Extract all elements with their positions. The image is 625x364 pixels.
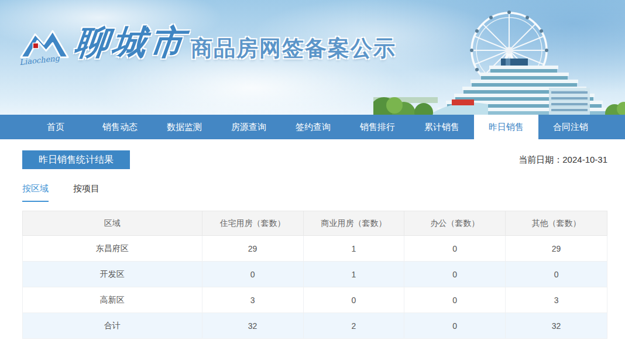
table-row: 高新区 3 0 0 3 [23, 287, 607, 313]
cell-value: 32 [202, 313, 303, 339]
cell-region: 合计 [23, 313, 202, 339]
section-title-badge: 昨日销售统计结果 [22, 150, 130, 169]
cell-value: 3 [506, 287, 607, 313]
cell-value: 3 [202, 287, 303, 313]
cell-value: 0 [506, 262, 607, 287]
table-header-row: 区域 住宅用房（套数） 商业用房（套数） 办公（套数） 其他（套数） [23, 211, 607, 236]
nav-item-housing-query[interactable]: 房源查询 [217, 115, 281, 139]
main-nav: 首页 销售动态 数据监测 房源查询 签约查询 销售排行 累计销售 昨日销售 合同… [0, 115, 625, 139]
current-date-label: 当前日期：2024-10-31 [518, 154, 607, 166]
cell-value: 0 [404, 262, 506, 287]
building-illustration [430, 59, 611, 115]
tab-by-region[interactable]: 按区域 [22, 183, 49, 202]
brand: Liaocheng 聊城市 商品房网签备案公示 [19, 21, 396, 70]
cell-value: 1 [303, 262, 404, 287]
liaocheng-logo-icon: Liaocheng [19, 25, 69, 70]
cell-value: 0 [404, 287, 506, 313]
site-header: Liaocheng 聊城市 商品房网签备案公示 [0, 0, 625, 115]
building-sign [452, 99, 474, 105]
cell-value: 0 [404, 313, 506, 339]
col-header-residential: 住宅用房（套数） [202, 211, 303, 236]
table-row: 东昌府区 29 1 0 29 [23, 236, 607, 262]
table-row: 开发区 0 1 0 0 [23, 262, 607, 287]
nav-item-contract-query[interactable]: 签约查询 [281, 115, 345, 139]
nav-item-sales-dynamics[interactable]: 销售动态 [88, 115, 152, 139]
cell-value: 1 [303, 236, 404, 262]
cell-value: 29 [506, 236, 607, 262]
col-header-other: 其他（套数） [506, 211, 607, 236]
cell-region: 开发区 [23, 262, 202, 287]
logo-red-square [33, 43, 38, 49]
header-scenery-illustration [373, 0, 625, 115]
cell-value: 29 [202, 236, 303, 262]
cell-value: 0 [202, 262, 303, 287]
page: Liaocheng 聊城市 商品房网签备案公示 首页 销售动态 数据监测 房源查… [0, 0, 625, 364]
cell-value: 0 [404, 236, 506, 262]
nav-item-total-sales[interactable]: 累计销售 [410, 115, 474, 139]
nav-item-contract-cancel[interactable]: 合同注销 [538, 115, 603, 139]
nav-item-yesterday-sales[interactable]: 昨日销售 [474, 115, 538, 139]
cell-region: 高新区 [23, 287, 202, 313]
cell-value: 32 [506, 313, 607, 339]
cell-value: 2 [303, 313, 404, 339]
tab-by-project[interactable]: 按项目 [73, 183, 99, 202]
nav-item-sales-ranking[interactable]: 销售排行 [345, 115, 410, 139]
col-header-region: 区域 [23, 211, 202, 236]
view-tabs: 按区域 按项目 [22, 183, 607, 202]
nav-item-home[interactable]: 首页 [23, 115, 88, 139]
cell-value: 0 [303, 287, 404, 313]
sales-stats-table: 区域 住宅用房（套数） 商业用房（套数） 办公（套数） 其他（套数） 东昌府区 … [22, 211, 607, 339]
brand-city-title: 聊城市 [73, 21, 190, 63]
col-header-commercial: 商业用房（套数） [303, 211, 404, 236]
nav-item-data-monitoring[interactable]: 数据监测 [152, 115, 217, 139]
table-row-total: 合计 32 2 0 32 [23, 313, 607, 339]
cell-region: 东昌府区 [23, 236, 202, 262]
col-header-office: 办公（套数） [404, 211, 506, 236]
title-row: 昨日销售统计结果 当前日期：2024-10-31 [22, 150, 607, 169]
main-content: 昨日销售统计结果 当前日期：2024-10-31 按区域 按项目 区域 住宅用房… [22, 150, 607, 339]
brand-subtitle: 商品房网签备案公示 [191, 35, 396, 62]
